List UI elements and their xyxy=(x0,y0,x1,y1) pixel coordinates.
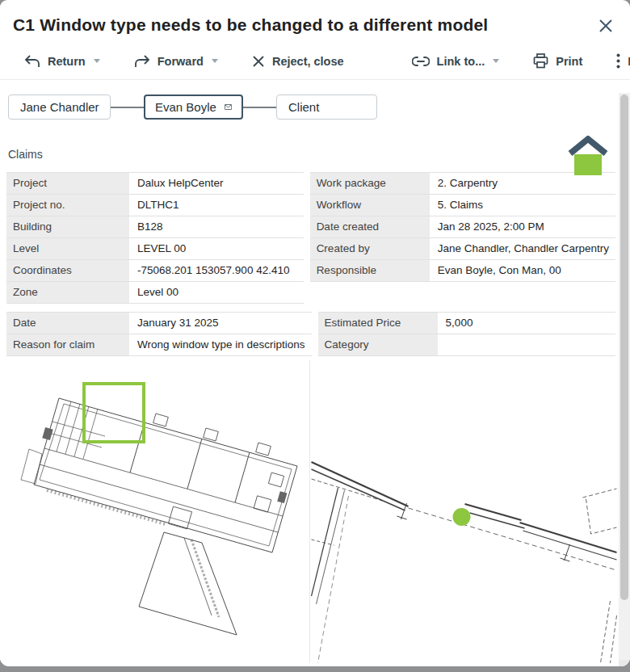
workflow-connector xyxy=(243,107,276,108)
caret-down-icon xyxy=(493,59,499,63)
section-label-claims: Claims xyxy=(8,148,630,161)
table-row: LevelLEVEL 00 xyxy=(6,238,304,260)
scrollbar-track[interactable] xyxy=(619,93,630,660)
table-row: Workflow5. Claims xyxy=(310,195,615,216)
claims-table-left: ProjectDalux HelpCenter Project no.DLTHC… xyxy=(6,172,304,304)
table-row: Date createdJan 28 2025, 2:00 PM xyxy=(310,216,615,238)
page-title: C1 Window type needs to be changed to a … xyxy=(13,15,591,35)
scrollbar-thumb[interactable] xyxy=(620,94,628,600)
details-table-right: Estimated Price5,000 Category xyxy=(318,312,615,356)
printer-icon xyxy=(533,53,548,69)
forward-button[interactable]: Forward xyxy=(134,54,218,69)
return-arrow-icon xyxy=(24,54,40,69)
envelope-icon xyxy=(225,102,232,112)
floorplan-panels xyxy=(0,360,630,663)
more-button[interactable]: More xyxy=(616,53,630,69)
floorplan-detail[interactable] xyxy=(309,360,618,663)
table-row: DateJanuary 31 2025 xyxy=(6,313,312,334)
close-button[interactable] xyxy=(597,17,615,35)
claim-dialog: C1 Window type needs to be changed to a … xyxy=(0,0,630,666)
workflow-step-jane-chandler[interactable]: Jane Chandler xyxy=(8,94,111,120)
table-row: Coordinates-75068.201 153057.900 42.410 xyxy=(6,260,304,282)
workflow-steps: Jane Chandler Evan Boyle Client xyxy=(8,94,630,120)
workflow-step-client[interactable]: Client xyxy=(276,94,377,120)
table-row: Estimated Price5,000 xyxy=(318,313,615,334)
reject-close-button[interactable]: Reject, close xyxy=(252,55,344,68)
details-table: DateJanuary 31 2025 Reason for claimWron… xyxy=(6,312,615,356)
caret-down-icon xyxy=(212,59,218,63)
caret-down-icon xyxy=(94,59,100,63)
table-row: BuildingB128 xyxy=(6,216,304,238)
table-row: Category xyxy=(318,334,615,356)
link-to-button[interactable]: Link to... xyxy=(412,55,500,68)
claims-table: ProjectDalux HelpCenter Project no.DLTHC… xyxy=(6,172,615,304)
close-icon xyxy=(598,19,613,33)
forward-arrow-icon xyxy=(134,54,150,69)
floorplan-overview[interactable] xyxy=(0,360,309,663)
house-icon xyxy=(567,136,609,178)
x-icon xyxy=(252,55,265,68)
print-button[interactable]: Print xyxy=(533,53,582,69)
chain-link-icon xyxy=(412,56,430,67)
toolbar: Return Forward Reject, close Link to... xyxy=(0,43,630,80)
table-row: Created byJane Chandler, Chandler Carpen… xyxy=(310,238,615,260)
vertical-dots-icon xyxy=(616,53,620,69)
table-row: Reason for claimWrong window type in des… xyxy=(6,334,312,356)
table-row: Project no.DLTHC1 xyxy=(6,195,304,216)
location-marker xyxy=(453,508,471,526)
scrollbar-corner xyxy=(619,660,630,666)
details-table-left: DateJanuary 31 2025 Reason for claimWron… xyxy=(6,312,312,356)
return-button[interactable]: Return xyxy=(24,54,100,69)
table-row: ZoneLevel 00 xyxy=(6,282,304,304)
table-row: ProjectDalux HelpCenter xyxy=(6,173,304,195)
claims-table-right: Work package2. Carpentry Workflow5. Clai… xyxy=(310,172,615,282)
dialog-header: C1 Window type needs to be changed to a … xyxy=(0,0,630,35)
table-row: ResponsibleEvan Boyle, Con Man, 00 xyxy=(310,260,615,282)
workflow-step-evan-boyle[interactable]: Evan Boyle xyxy=(144,94,243,120)
workflow-connector xyxy=(111,107,144,108)
